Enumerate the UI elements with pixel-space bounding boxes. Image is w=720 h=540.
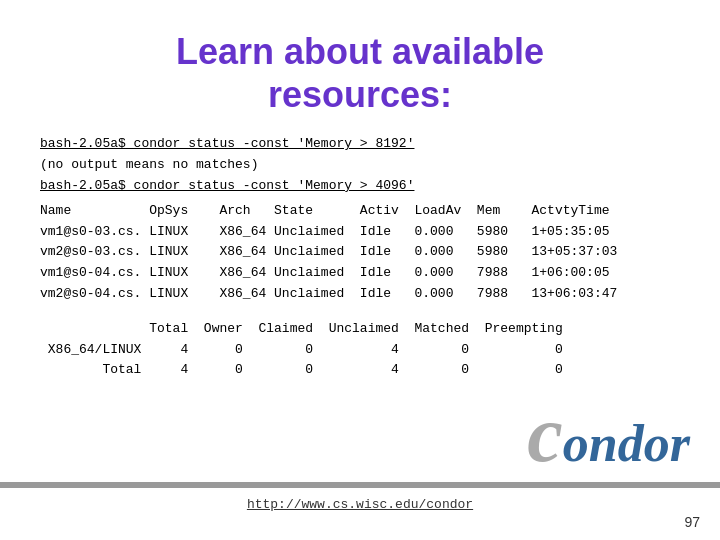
summary-table: Total Owner Claimed Unclaimed Matched Pr… [40, 319, 680, 381]
summary-row-1: X86_64/LINUX 4 0 0 4 0 0 [40, 340, 680, 361]
table-row-1: vm1@s0-03.cs. LINUX X86_64 Unclaimed Idl… [40, 222, 680, 243]
footer-link[interactable]: http://www.cs.wisc.edu/condor [247, 497, 473, 512]
bottom-bar [0, 482, 720, 488]
command2: bash-2.05a$ condor_status -const 'Memory… [40, 176, 680, 197]
page-number: 97 [684, 514, 700, 530]
table-header: Name OpSys Arch State Activ LoadAv Mem A… [40, 201, 680, 222]
title-line1: Learn about available [40, 30, 680, 73]
table-row-4: vm2@s0-04.cs. LINUX X86_64 Unclaimed Idl… [40, 284, 680, 305]
condor-rest-letters: ondor [563, 415, 690, 472]
condor-logo: condor [527, 389, 690, 480]
content-area: bash-2.05a$ condor_status -const 'Memory… [40, 134, 680, 381]
table-row-3: vm1@s0-04.cs. LINUX X86_64 Unclaimed Idl… [40, 263, 680, 284]
summary-header: Total Owner Claimed Unclaimed Matched Pr… [40, 319, 680, 340]
condor-c-letter: c [527, 390, 563, 478]
summary-row-total: Total 4 0 0 4 0 0 [40, 360, 680, 381]
command1: bash-2.05a$ condor_status -const 'Memory… [40, 134, 680, 155]
slide: Learn about available resources: bash-2.… [0, 0, 720, 540]
table-row-2: vm2@s0-03.cs. LINUX X86_64 Unclaimed Idl… [40, 242, 680, 263]
title-line2: resources: [40, 73, 680, 116]
slide-title: Learn about available resources: [40, 30, 680, 116]
machine-table: Name OpSys Arch State Activ LoadAv Mem A… [40, 201, 680, 305]
note1: (no output means no matches) [40, 155, 680, 176]
